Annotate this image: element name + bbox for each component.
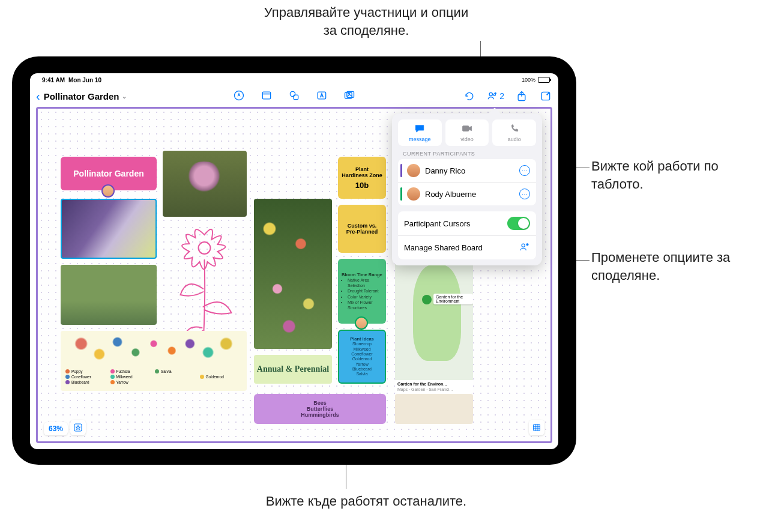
message-button[interactable]: message [398, 119, 442, 146]
sticky-bloom-title: Bloom Time Range [342, 272, 382, 277]
video-button[interactable]: video [445, 119, 489, 146]
photo-moth[interactable] [163, 151, 247, 217]
new-board-icon[interactable] [539, 89, 552, 103]
avatar [407, 187, 420, 201]
audio-button[interactable]: audio [492, 119, 536, 146]
collaborator-count: 2 [499, 91, 504, 101]
collaboration-popover: message video audio CURRENT PARTICIPANTS [392, 113, 542, 265]
message-icon [414, 124, 425, 136]
popover-settings: Participant Cursors Manage Shared Board [398, 211, 536, 259]
phone-icon [509, 124, 520, 136]
sticky-bloom[interactable]: Bloom Time Range Native Area Selection D… [338, 259, 386, 324]
toolbar: ‹ Pollinator Garden ⌄ 2 [30, 85, 558, 107]
participant-cursor-avatar [355, 316, 368, 330]
sticky-custom[interactable]: Custom vs. Pre-Planned [338, 205, 386, 253]
svg-point-14 [489, 92, 492, 95]
sticky-plant-ideas[interactable]: Plant Ideas Stonecrop Milkweed Coneflowe… [338, 330, 386, 384]
svg-rect-6 [262, 92, 270, 99]
media-tool-icon[interactable] [343, 89, 356, 102]
video-icon [462, 124, 472, 136]
participant-cursors-row[interactable]: Participant Cursors [398, 211, 536, 236]
share-icon[interactable] [515, 89, 528, 103]
participant-row[interactable]: Danny Rico ⋯ [398, 159, 536, 183]
participant-cursor-avatar [101, 184, 115, 198]
pen-tool-icon[interactable] [232, 89, 246, 102]
participant-row[interactable]: Rody Albuerne ⋯ [398, 183, 536, 205]
board-title-card-text: Pollinator Garden [73, 169, 143, 178]
participants-section-header: CURRENT PARTICIPANTS [403, 151, 536, 157]
svg-point-19 [199, 242, 211, 254]
board-title-card[interactable]: Pollinator Garden [61, 157, 157, 190]
svg-point-27 [522, 244, 525, 247]
more-icon[interactable]: ⋯ [519, 165, 530, 176]
svg-point-8 [290, 91, 295, 96]
sticky-hardiness-title: Plant Hardiness Zone [342, 166, 382, 178]
svg-rect-26 [463, 125, 469, 131]
board-title[interactable]: Pollinator Garden ⌄ [44, 91, 127, 101]
chevron-down-icon: ⌄ [122, 93, 127, 100]
avatar [407, 164, 420, 177]
map-pin-icon [422, 295, 432, 304]
collaborators-button[interactable]: 2 [487, 91, 504, 101]
map-caption: Garden for the Environ… Maps · Garden · … [395, 380, 473, 394]
sticky-hardiness-value: 10b [355, 181, 369, 190]
sticky-custom-text: Custom vs. Pre-Planned [342, 223, 382, 235]
participant-cursors-label: Participant Cursors [404, 219, 471, 228]
callout-manage-shared: Променете опциите за споделяне. [591, 249, 771, 284]
participant-color-bar [400, 187, 402, 201]
sticky-plant-ideas-list: Stonecrop Milkweed Coneflower Goldenrod … [351, 342, 372, 377]
sticky-plant-ideas-title: Plant Ideas [350, 336, 374, 342]
callout-cursors: Вижте къде работят останалите. [258, 492, 474, 510]
sticky-hardiness[interactable]: Plant Hardiness Zone 10b [338, 157, 386, 199]
legend-rows: Poppy Fuchsia Salvia Coneflower Milkweed… [63, 368, 244, 385]
text-tool-icon[interactable] [315, 89, 328, 102]
center-toolbar [232, 89, 356, 102]
more-icon[interactable]: ⋯ [519, 189, 530, 199]
status-time: 9:41 AM [42, 77, 65, 83]
svg-point-13 [348, 93, 349, 94]
flower-drawing[interactable] [161, 217, 248, 349]
screen: 9:41 AM Mon Jun 10 100% ‹ Pollinator Gar… [30, 73, 558, 449]
minimap-button[interactable] [529, 420, 544, 435]
back-button[interactable]: ‹ [36, 89, 40, 103]
photo-bee-closeup[interactable] [395, 394, 473, 424]
note-tool-icon[interactable] [260, 89, 273, 102]
photo-bee[interactable] [61, 199, 157, 259]
participants-list: Danny Rico ⋯ Rody Albuerne ⋯ [398, 159, 536, 205]
zoom-level[interactable]: 63% [44, 422, 68, 435]
battery-icon [538, 77, 550, 83]
svg-rect-21 [534, 425, 540, 431]
plant-legend[interactable]: Poppy Fuchsia Salvia Coneflower Milkweed… [61, 331, 247, 391]
collaborate-icon [519, 241, 530, 254]
photo-garden[interactable] [254, 199, 332, 349]
annual-label[interactable]: Annual & Perennial [254, 355, 332, 384]
manage-shared-board-row[interactable]: Manage Shared Board [398, 236, 536, 259]
photo-field[interactable] [61, 265, 157, 325]
ipad-frame: 9:41 AM Mon Jun 10 100% ‹ Pollinator Gar… [12, 56, 576, 465]
svg-point-16 [495, 92, 496, 94]
shape-tool-icon[interactable] [288, 89, 301, 102]
participant-name: Rody Albuerne [425, 190, 514, 199]
callout-manage: Управлявайте участници и опции за сподел… [258, 4, 474, 39]
battery-pct: 100% [522, 77, 535, 83]
canvas[interactable]: Pollinator Garden [36, 107, 552, 443]
board-title-text: Pollinator Garden [44, 91, 119, 101]
sticky-pollinators[interactable]: Bees Butterflies Hummingbirds [254, 394, 386, 424]
participant-color-bar [400, 164, 402, 177]
sticky-bloom-list: Native Area Selection Drought Tolerant C… [348, 277, 382, 310]
map-pin-label: Garden for the Environment [433, 294, 473, 304]
status-bar: 9:41 AM Mon Jun 10 100% [30, 73, 558, 85]
toggle-on[interactable] [507, 217, 530, 230]
map-card[interactable]: Garden for the Environment Garden for th… [395, 259, 473, 394]
undo-icon[interactable] [463, 89, 476, 103]
status-date: Mon Jun 10 [68, 77, 101, 83]
manage-shared-board-label: Manage Shared Board [404, 243, 483, 252]
participant-name: Danny Rico [425, 166, 514, 175]
callout-participants: Вижте кой работи по таблото. [591, 157, 759, 193]
favorite-button[interactable] [70, 420, 86, 435]
